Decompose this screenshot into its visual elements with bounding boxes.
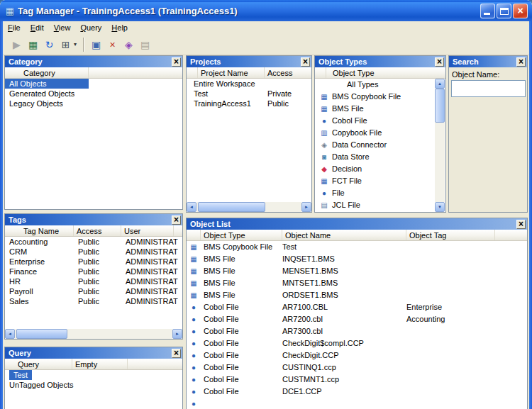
column-header-tag-name[interactable]: Tag Name (5, 225, 74, 236)
query-row-untagged-objects[interactable]: UnTagged Objects (5, 380, 182, 390)
search-panel-header[interactable]: Search × (449, 56, 527, 67)
object-type-row[interactable]: ▥Copybook File (315, 127, 445, 139)
object-list-close-icon[interactable]: × (516, 220, 526, 229)
column-header-user[interactable]: User (121, 225, 174, 236)
column-header-blank[interactable] (187, 230, 201, 240)
new-tag-dropdown-icon[interactable]: ▾ (71, 36, 79, 52)
menu-view[interactable]: View (49, 21, 76, 34)
object-row[interactable]: ●Cobol FileCheckDigit.CCP (187, 349, 527, 362)
tag-row-crm[interactable]: CRMPublicADMINISTRAT (5, 247, 182, 257)
minimize-button[interactable] (480, 4, 495, 18)
object-type-row[interactable]: ◙Data Store (315, 151, 445, 163)
run-query-icon[interactable]: ▶ (9, 36, 25, 52)
object-row[interactable]: ▦BMS Copybook FileTest (187, 241, 527, 253)
category-row-generated-objects[interactable]: Generated Objects (5, 89, 182, 99)
column-header-blank[interactable] (187, 67, 198, 78)
column-header-access[interactable]: Access (74, 225, 121, 236)
assign-tag-icon[interactable]: ◈ (121, 36, 137, 52)
scrollbar-track[interactable] (435, 89, 445, 202)
tag-window-icon[interactable]: ▣ (88, 36, 104, 52)
tags-close-icon[interactable]: × (172, 215, 181, 225)
object-types-close-icon[interactable]: × (435, 57, 444, 67)
project-row-trainingaccess1[interactable]: TrainingAccess1 Public (187, 99, 311, 108)
object-type-row[interactable]: ●File (315, 187, 445, 199)
object-type-row[interactable]: ◈Data Connector (315, 139, 445, 151)
column-header-object-name[interactable]: Object Name (282, 230, 406, 240)
scroll-right-icon[interactable]: ► (301, 202, 311, 212)
menu-query[interactable]: Query (75, 21, 106, 34)
object-type-row[interactable]: ▦BMS Copybook File (315, 91, 445, 103)
object-type-row[interactable]: ▤JCL File (315, 199, 445, 211)
tag-row-payroll[interactable]: PayrollPublicADMINISTRAT (5, 286, 182, 296)
tags-panel-header[interactable]: Tags × (5, 214, 182, 225)
column-header-blank[interactable] (89, 67, 182, 78)
category-row-all-objects[interactable]: All Objects (5, 79, 182, 89)
object-types-panel-header[interactable]: Object Types × (315, 56, 445, 67)
scroll-left-icon[interactable]: ◄ (187, 202, 196, 212)
menu-file[interactable]: File (3, 21, 26, 34)
properties-icon[interactable]: ▤ (137, 36, 153, 52)
scroll-down-icon[interactable]: ▼ (435, 202, 445, 212)
object-type-row[interactable]: ◆Decision (315, 163, 445, 175)
maximize-button[interactable] (497, 4, 511, 18)
scrollbar-track[interactable] (15, 329, 172, 339)
query-row-test[interactable]: Test (5, 370, 182, 380)
project-row-test[interactable]: Test Private (187, 89, 311, 99)
project-row-entire-workspace[interactable]: Entire Workspace (187, 79, 311, 89)
projects-close-icon[interactable]: × (301, 57, 310, 67)
object-row[interactable]: ● (187, 398, 527, 409)
query-panel-header[interactable]: Query × (5, 347, 182, 359)
scrollbar-thumb[interactable] (16, 329, 67, 339)
tags-horizontal-scrollbar[interactable]: ◄ ► (5, 329, 182, 339)
scrollbar-thumb[interactable] (198, 202, 265, 212)
tag-row-hr[interactable]: HRPublicADMINISTRAT (5, 276, 182, 286)
object-list-panel-header[interactable]: Object List × (187, 218, 527, 230)
scrollbar-thumb[interactable] (435, 89, 445, 123)
projects-horizontal-scrollbar[interactable]: ◄ ► (187, 202, 311, 212)
object-types-vertical-scrollbar[interactable]: ▲ ▼ (435, 79, 445, 212)
tag-row-accounting[interactable]: AccountingPublicADMINISTRAT (5, 237, 182, 247)
column-header-blank[interactable] (495, 230, 527, 240)
scroll-left-icon[interactable]: ◄ (5, 329, 15, 339)
category-panel-header[interactable]: Category × (5, 56, 182, 67)
delete-tag-icon[interactable]: × (104, 36, 121, 52)
column-header-blank[interactable] (128, 359, 182, 369)
menu-edit[interactable]: Edit (26, 21, 49, 34)
column-header-blank[interactable] (174, 225, 182, 236)
object-row[interactable]: ●Cobol FileCheckDigit$compl.CCP (187, 337, 527, 349)
object-type-row[interactable]: ▦BMS File (315, 103, 445, 115)
projects-panel-header[interactable]: Projects × (187, 56, 311, 67)
tag-row-finance[interactable]: FinancePublicADMINISTRAT (5, 267, 182, 276)
refresh-icon[interactable]: ↻ (41, 36, 57, 52)
object-row[interactable]: ▦BMS FileMNTSET1.BMS (187, 277, 527, 289)
tag-row-sales[interactable]: SalesPublicADMINISTRAT (5, 296, 182, 306)
column-header-query[interactable]: Query (5, 359, 72, 369)
object-row[interactable]: ●Cobol FileCUSTMNT1.ccp (187, 374, 527, 386)
column-header-object-type[interactable]: Object Type (326, 67, 445, 78)
search-close-icon[interactable]: × (516, 57, 526, 67)
object-row[interactable]: ●Cobol FileAR7200.cblAccounting (187, 313, 527, 325)
menu-help[interactable]: Help (106, 21, 133, 34)
object-row[interactable]: ●Cobol FileDCE1.CCP (187, 386, 527, 398)
object-type-row[interactable]: ●Cobol File (315, 115, 445, 127)
object-row[interactable]: ▦BMS FileINQSET1.BMS (187, 253, 527, 265)
scroll-up-icon[interactable]: ▲ (435, 79, 445, 89)
column-header-category[interactable]: Category (5, 67, 89, 78)
object-row[interactable]: ▦BMS FileORDSET1.BMS (187, 289, 527, 301)
object-row[interactable]: ●Cobol FileAR7300.cbl (187, 325, 527, 337)
object-type-row[interactable]: ▦FCT File (315, 175, 445, 187)
category-row-legacy-objects[interactable]: Legacy Objects (5, 99, 182, 108)
column-header-blank[interactable] (315, 67, 326, 78)
close-button[interactable]: × (513, 4, 528, 18)
object-row[interactable]: ●Cobol FileCUSTINQ1.ccp (187, 362, 527, 374)
column-header-object-tag[interactable]: Object Tag (406, 230, 495, 240)
object-type-row-all-types[interactable]: All Types (315, 79, 445, 91)
title-bar[interactable]: ▦ Tag Manager - TrainingAccess1 (Trainin… (0, 0, 532, 21)
object-row[interactable]: ●Cobol FileAR7100.CBLEnterprise (187, 301, 527, 313)
scroll-right-icon[interactable]: ► (172, 329, 182, 339)
object-name-input[interactable] (451, 80, 526, 97)
category-close-icon[interactable]: × (172, 57, 181, 67)
scrollbar-track[interactable] (196, 202, 301, 212)
object-row[interactable]: ▦BMS FileMENSET1.BMS (187, 265, 527, 277)
tag-row-enterprise[interactable]: EnterprisePublicADMINISTRAT (5, 257, 182, 267)
